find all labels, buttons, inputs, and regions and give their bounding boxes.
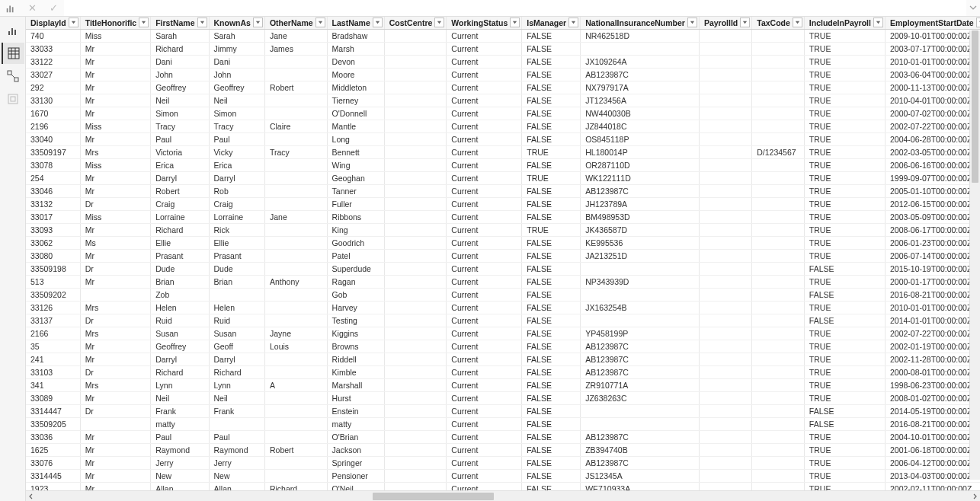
cell-NationalInsuranceNumber[interactable]: NP343939D [581, 276, 700, 289]
cell-TitleHonorific[interactable]: Dr [80, 314, 150, 327]
table-row[interactable]: 513MrBrianBrianAnthonyRaganCurrentFALSEN… [26, 276, 980, 289]
table-row[interactable]: 1923MrAllanAllanRichardO'NeilCurrentFALS… [26, 483, 980, 491]
cell-TaxCode[interactable] [752, 81, 805, 94]
cell-PayrollId[interactable] [699, 81, 751, 94]
cell-TaxCode[interactable] [752, 353, 805, 366]
cell-DisplayId[interactable]: 33509205 [26, 418, 80, 431]
cell-IncludeInPayroll[interactable]: TRUE [804, 69, 885, 81]
cell-DisplayId[interactable]: 33027 [26, 69, 80, 81]
cell-DisplayId[interactable]: 2166 [26, 327, 80, 340]
cell-IsManager[interactable]: FALSE [522, 327, 581, 340]
cell-TitleHonorific[interactable]: Mr [80, 224, 150, 237]
cell-DisplayId[interactable]: 2196 [26, 120, 80, 133]
cell-WorkingStatus[interactable]: Current [447, 340, 522, 353]
cell-TaxCode[interactable] [752, 392, 805, 405]
cell-FirstName[interactable]: Geoffrey [151, 81, 209, 94]
cell-LastName[interactable]: Jackson [327, 444, 384, 457]
cell-OtherName[interactable] [264, 69, 327, 81]
cell-IncludeInPayroll[interactable]: TRUE [804, 120, 885, 133]
cell-FirstName[interactable]: Allan [151, 483, 209, 491]
cell-IncludeInPayroll[interactable]: TRUE [804, 250, 885, 263]
cell-EmploymentStartDate[interactable]: 2014-05-19T00:00:00Z [885, 405, 980, 418]
cell-IncludeInPayroll[interactable]: TRUE [804, 94, 885, 107]
cell-KnownAs[interactable] [209, 418, 264, 431]
cell-FirstName[interactable]: Ellie [151, 237, 209, 250]
cell-TaxCode[interactable] [752, 211, 805, 224]
filter-dropdown-icon[interactable] [687, 18, 697, 27]
filter-dropdown-icon[interactable] [976, 18, 980, 27]
horizontal-scrollbar[interactable] [26, 490, 980, 501]
cell-EmploymentStartDate[interactable]: 2003-06-04T00:00:00Z [885, 69, 980, 81]
cell-LastName[interactable]: Wing [327, 159, 384, 172]
chart-icon[interactable] [0, 0, 21, 17]
cell-TaxCode[interactable] [752, 379, 805, 392]
cell-IncludeInPayroll[interactable]: FALSE [804, 405, 885, 418]
cell-LastName[interactable]: Ribbons [327, 211, 384, 224]
cell-LastName[interactable]: Pensioner [327, 470, 384, 483]
table-row[interactable]: 2166MrsSusanSusanJayneKigginsCurrentFALS… [26, 327, 980, 340]
cell-IncludeInPayroll[interactable]: FALSE [804, 263, 885, 276]
cell-PayrollId[interactable] [699, 211, 751, 224]
cell-TaxCode[interactable] [752, 457, 805, 470]
cell-TaxCode[interactable] [752, 185, 805, 198]
cell-FirstName[interactable]: Craig [151, 198, 209, 211]
cell-NationalInsuranceNumber[interactable] [581, 314, 700, 327]
cell-WorkingStatus[interactable]: Current [447, 314, 522, 327]
cell-PayrollId[interactable] [699, 405, 751, 418]
cell-PayrollId[interactable] [699, 353, 751, 366]
cell-OtherName[interactable] [264, 314, 327, 327]
cell-DisplayId[interactable]: 241 [26, 353, 80, 366]
table-row[interactable]: 33509205mattymattyCurrentFALSEFALSE2016-… [26, 418, 980, 431]
table-row[interactable]: 33036MrPaulPaulO'BrianCurrentFALSEAB1239… [26, 431, 980, 444]
cell-WorkingStatus[interactable]: Current [447, 289, 522, 302]
filter-dropdown-icon[interactable] [315, 18, 325, 27]
table-row[interactable]: 1670MrSimonSimonO'DonnellCurrentFALSENW4… [26, 107, 980, 120]
cell-KnownAs[interactable]: Helen [209, 302, 264, 314]
horizontal-scroll-thumb[interactable] [373, 493, 494, 500]
cell-KnownAs[interactable]: Simon [209, 107, 264, 120]
cell-CostCentre[interactable] [384, 120, 447, 133]
cell-DisplayId[interactable]: 513 [26, 276, 80, 289]
cell-TaxCode[interactable] [752, 340, 805, 353]
cell-TitleHonorific[interactable]: Mr [80, 276, 150, 289]
cell-IsManager[interactable]: FALSE [522, 289, 581, 302]
cell-DisplayId[interactable]: 35 [26, 340, 80, 353]
cell-DisplayId[interactable]: 33017 [26, 211, 80, 224]
filter-dropdown-icon[interactable] [253, 18, 263, 27]
column-header-PayrollId[interactable]: PayrollId [699, 17, 751, 30]
cell-WorkingStatus[interactable]: Current [447, 224, 522, 237]
cell-FirstName[interactable]: New [151, 470, 209, 483]
cell-TitleHonorific[interactable]: Mr [80, 340, 150, 353]
cell-WorkingStatus[interactable]: Current [447, 172, 522, 185]
cell-DisplayId[interactable]: 33033 [26, 43, 80, 56]
cell-NationalInsuranceNumber[interactable]: YP458199P [581, 327, 700, 340]
cell-CostCentre[interactable] [384, 69, 447, 81]
cell-OtherName[interactable]: Louis [264, 340, 327, 353]
cell-IsManager[interactable]: FALSE [522, 457, 581, 470]
cell-KnownAs[interactable]: John [209, 69, 264, 81]
cell-FirstName[interactable]: Geoffrey [151, 340, 209, 353]
cell-WorkingStatus[interactable]: Current [447, 353, 522, 366]
cell-LastName[interactable]: Browns [327, 340, 384, 353]
cell-NationalInsuranceNumber[interactable]: JH123789A [581, 198, 700, 211]
table-row[interactable]: 292MrGeoffreyGeoffreyRobertMiddletonCurr… [26, 81, 980, 94]
table-row[interactable]: 33062MsEllieEllieGoodrichCurrentFALSEKE9… [26, 237, 980, 250]
cell-EmploymentStartDate[interactable]: 2002-07-22T00:00:00Z [885, 327, 980, 340]
column-header-IsManager[interactable]: IsManager [522, 17, 581, 30]
cell-NationalInsuranceNumber[interactable]: JA213251D [581, 250, 700, 263]
cell-FirstName[interactable]: John [151, 69, 209, 81]
cell-DisplayId[interactable]: 33093 [26, 224, 80, 237]
table-row[interactable]: 33509197MrsVictoriaVickyTracyBennettCurr… [26, 146, 980, 159]
cell-OtherName[interactable]: Tracy [264, 146, 327, 159]
cell-FirstName[interactable]: Jerry [151, 457, 209, 470]
column-header-LastName[interactable]: LastName [327, 17, 384, 30]
cell-FirstName[interactable]: Tracy [151, 120, 209, 133]
cell-OtherName[interactable] [264, 431, 327, 444]
cell-WorkingStatus[interactable]: Current [447, 327, 522, 340]
report-view-button[interactable] [2, 20, 24, 41]
cell-EmploymentStartDate[interactable]: 2000-08-01T00:00:00Z [885, 366, 980, 379]
cell-DisplayId[interactable]: 1670 [26, 107, 80, 120]
cell-IsManager[interactable]: TRUE [522, 172, 581, 185]
cell-DisplayId[interactable]: 3314447 [26, 405, 80, 418]
cell-FirstName[interactable]: Paul [151, 133, 209, 146]
